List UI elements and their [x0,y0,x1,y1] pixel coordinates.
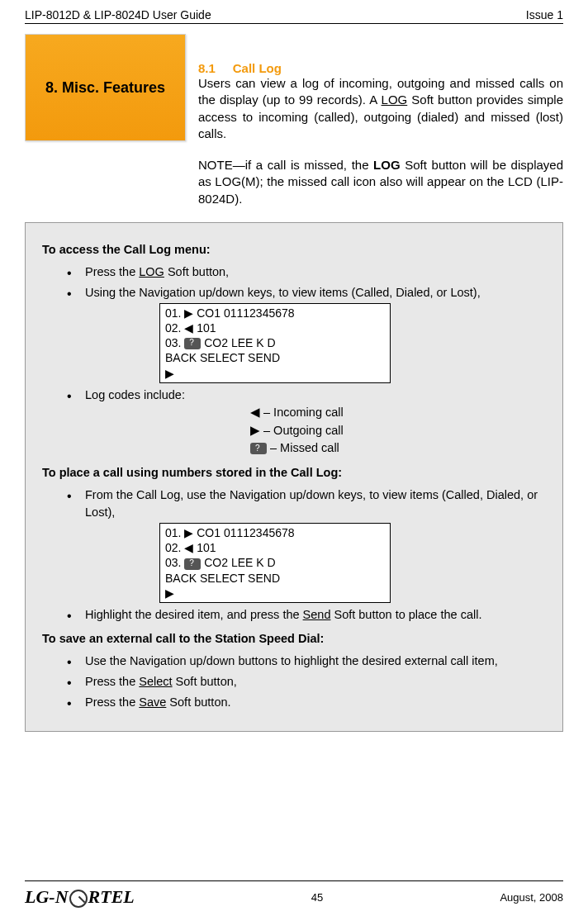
heading-save-speed-dial: To save an external call to the Station … [42,630,546,648]
lcd-line: ▶ [165,366,385,381]
save-softbutton: Save [139,695,166,709]
bullet-press-log: Press the LOG Soft button, [67,263,546,281]
code-missed-text: – Missed call [267,441,339,454]
log-codes-list: ◀ – Incoming call ▶ – Outgoing call – Mi… [250,404,546,458]
footer-divider [25,880,563,881]
log-underline: LOG [382,93,408,107]
list-save: Use the Navigation up/down buttons to hi… [67,653,546,711]
header-right: Issue 1 [526,8,563,21]
lcd-line: 01. ▶ CO1 01112345678 [165,525,385,540]
code-missed: – Missed call [250,439,546,458]
heading-access: To access the Call Log menu: [42,241,546,259]
lcd-suffix: CO2 LEE K D [201,336,275,349]
page-footer: LG-NRTEL 45 August, 2008 [25,880,563,908]
lcd-display-1: 01. ▶ CO1 01112345678 02. ◀ 101 03. CO2 … [159,303,391,383]
bullet-text: Soft button. [166,695,230,709]
section-title: Call Log [233,61,282,75]
list-access: Press the LOG Soft button, Using the Nav… [67,263,546,458]
header-left: LIP-8012D & LIP-8024D User Guide [25,8,211,21]
bullet-press-select: Press the Select Soft button, [67,673,546,691]
bullet-log-codes: Log codes include: ◀ – Incoming call ▶ –… [67,387,546,458]
bullet-nav-keys: Using the Navigation up/down keys, to vi… [67,284,546,383]
logo-left: LG-N [25,886,69,908]
list-place-call: From the Call Log, use the Navigation up… [67,486,546,624]
bullet-nav-highlight: Use the Navigation up/down buttons to hi… [67,653,546,670]
log-bold: LOG [373,158,401,172]
lcd-line: BACK SELECT SEND [165,350,385,365]
bullet-press-save: Press the Save Soft button. [67,694,546,711]
lcd-prefix: 03. [165,336,184,349]
lcd-display-2: 01. ▶ CO1 01112345678 02. ◀ 101 03. CO2 … [159,523,391,603]
missed-icon [184,338,201,349]
bullet-text: Use the Navigation up/down buttons to hi… [85,654,498,667]
bullet-from-log: From the Call Log, use the Navigation up… [67,486,546,603]
intro-p2-a: NOTE—if a call is missed, the [198,158,373,172]
bullet-text: Press the [85,695,139,709]
lcd-line: 03. CO2 LEE K D [165,335,385,350]
bullet-text: Soft button, [164,265,229,278]
lcd-line: BACK SELECT SEND [165,571,385,586]
feature-box: 8. Misc. Features [25,34,186,141]
lcd-line: 01. ▶ CO1 01112345678 [165,306,385,320]
lcd-suffix: CO2 LEE K D [201,556,275,569]
send-softbutton: Send [303,608,331,621]
bullet-text: Using the Navigation up/down keys, to vi… [85,286,481,299]
bullet-text: Press the [85,265,139,278]
logo-right: RTEL [88,886,135,908]
logo-circle-icon [69,890,88,908]
missed-icon [250,443,267,454]
lg-nortel-logo: LG-NRTEL [25,886,135,908]
missed-icon [184,558,201,570]
page-number: 45 [311,891,323,904]
footer-date: August, 2008 [500,891,563,904]
heading-place-call: To place a call using numbers stored in … [42,464,546,482]
lcd-prefix: 03. [165,556,184,569]
lcd-line: 02. ◀ 101 [165,540,385,555]
section-number: 8.1 [198,61,216,75]
select-softbutton: Select [139,675,172,688]
bullet-text: Highlight the desired item, and press th… [85,608,303,621]
intro-p2: NOTE—if a call is missed, the LOG Soft b… [198,157,563,207]
bullet-text: From the Call Log, use the Navigation up… [85,488,538,519]
log-softbutton: LOG [139,265,164,278]
code-outgoing: ▶ – Outgoing call [250,422,546,440]
intro-p1: Users can view a log of incoming, outgoi… [198,75,563,142]
bullet-text: Soft button, [173,675,237,688]
lcd-line: 03. CO2 LEE K D [165,555,385,570]
feature-box-title: 8. Misc. Features [45,79,165,97]
bullet-text: Soft button to place the call. [330,608,481,621]
instructions-box: To access the Call Log menu: Press the L… [25,222,563,732]
bullet-highlight-send: Highlight the desired item, and press th… [67,606,546,624]
page-header: LIP-8012D & LIP-8024D User Guide Issue 1 [25,8,563,24]
bullet-text: Press the [85,675,139,688]
lcd-line: 02. ◀ 101 [165,320,385,335]
bullet-text: Log codes include: [85,388,185,401]
lcd-line: ▶ [165,586,385,600]
code-incoming: ◀ – Incoming call [250,404,546,422]
